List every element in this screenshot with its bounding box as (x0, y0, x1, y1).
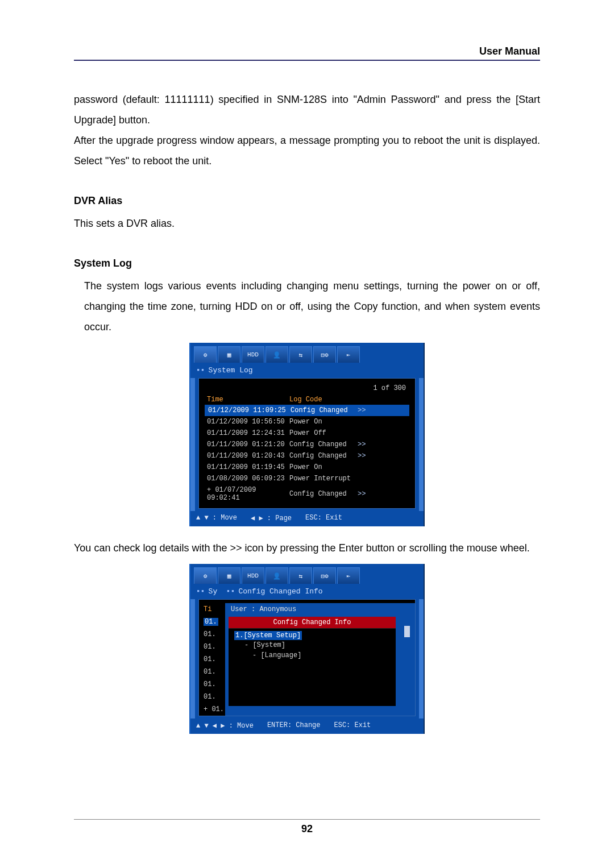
log-row[interactable]: 01/11/2009 01:19:45Power On (205, 462, 409, 473)
section-system-log-title: System Log (74, 253, 540, 273)
left-time-strip: Ti 01. 01. 01. 01. 01. 01. 01. + 01. (199, 603, 225, 716)
page-number: 92 (74, 819, 540, 835)
side-indicator (190, 599, 195, 719)
tab-hdd-icon[interactable]: HDD (242, 346, 264, 363)
footer-bar: ▲ ▼ : Move ◀ ▶ : Page ESC: Exit (190, 511, 424, 526)
side-indicator (190, 378, 195, 511)
panel-title: ▪▪Sy ▪▪Config Changed Info (190, 584, 424, 599)
log-row[interactable]: 01/11/2009 12:24:31Power Off (205, 427, 409, 439)
tab-display-icon[interactable]: ▦ (218, 567, 240, 584)
info-line-selected[interactable]: 1.[System Setup] (234, 631, 302, 640)
tab-user-icon[interactable]: 👤 (265, 346, 288, 363)
side-indicator (419, 378, 424, 511)
panel-icon: ▪▪ (226, 587, 235, 596)
pager: 1 of 300 (205, 382, 409, 394)
section-dvr-alias-title: DVR Alias (74, 190, 540, 211)
tab-hdd-icon[interactable]: HDD (242, 567, 264, 584)
section-dvr-alias-body: This sets a DVR alias. (74, 213, 540, 234)
tab-bar: ⚙ ▦ HDD 👤 ⇆ ⊟⚙ ⇤ (190, 564, 424, 584)
hint-exit: ESC: Exit (334, 721, 371, 730)
hint-move: ▲ ▼ : Move (196, 514, 237, 522)
footer-bar: ▲ ▼ ◀ ▶ : Move ENTER: Change ESC: Exit (190, 719, 424, 734)
hint-exit: ESC: Exit (305, 514, 342, 522)
paragraph-1: password (default: 11111111) specified i… (74, 89, 540, 130)
hint-enter: ENTER: Change (267, 721, 321, 730)
log-panel: 1 of 300 Time Log Code 01/12/2009 11:09:… (198, 378, 416, 509)
side-indicator (419, 599, 424, 719)
log-row[interactable]: 01/11/2009 01:20:43Config Changed>> (205, 450, 409, 462)
tab-bar: ⚙ ▦ HDD 👤 ⇆ ⊟⚙ ⇤ (190, 343, 424, 363)
panel-icon: ▪▪ (196, 366, 205, 375)
section-system-log-body: The system logs various events including… (74, 276, 540, 337)
log-row[interactable]: + 01/07/2009 09:02:41Config Changed>> (205, 484, 409, 504)
panel-title: ▪▪System Log (190, 363, 424, 378)
tab-system-icon[interactable]: ⚙ (194, 567, 217, 584)
log-row[interactable]: 01/08/2009 06:09:23Power Interrupt (205, 473, 409, 484)
scrollbar-thumb[interactable] (404, 626, 410, 637)
tab-misc-icon[interactable]: ⊟⚙ (313, 567, 336, 584)
tab-network-icon[interactable]: ⇆ (289, 346, 312, 363)
tab-misc-icon[interactable]: ⊟⚙ (313, 346, 336, 363)
tab-network-icon[interactable]: ⇆ (289, 567, 312, 584)
paragraph-after-shot1: You can check log details with the >> ic… (74, 538, 540, 558)
tab-exit-icon[interactable]: ⇤ (337, 346, 360, 363)
hint-move: ▲ ▼ ◀ ▶ : Move (196, 721, 254, 730)
col-code: Log Code (289, 396, 322, 404)
paragraph-2: After the upgrade progress window appear… (74, 130, 540, 171)
log-row[interactable]: 01/11/2009 01:21:20Config Changed>> (205, 439, 409, 450)
tab-system-icon[interactable]: ⚙ (194, 346, 217, 363)
screenshot-config-changed: ⚙ ▦ HDD 👤 ⇆ ⊟⚙ ⇤ ▪▪Sy ▪▪Config Changed I… (189, 564, 425, 734)
page-header: User Manual (74, 45, 540, 61)
log-row[interactable]: 01/12/2009 11:09:25 Config Changed >> (205, 405, 409, 416)
info-panel: Ti 01. 01. 01. 01. 01. 01. 01. + 01. Use… (198, 599, 416, 716)
info-line: - [System] (234, 640, 392, 650)
header-title: User Manual (479, 45, 540, 57)
tab-user-icon[interactable]: 👤 (265, 567, 288, 584)
info-box: 1.[System Setup] - [System] - [Language] (229, 628, 396, 706)
info-user: User : Anonymous (225, 603, 399, 617)
tab-display-icon[interactable]: ▦ (218, 346, 240, 363)
screenshot-system-log: ⚙ ▦ HDD 👤 ⇆ ⊟⚙ ⇤ ▪▪System Log 1 of 300 T… (189, 343, 425, 526)
tab-exit-icon[interactable]: ⇤ (337, 567, 360, 584)
panel-icon: ▪▪ (196, 587, 205, 596)
hint-page: ◀ ▶ : Page (251, 514, 292, 522)
info-line: - [Language] (234, 650, 392, 661)
log-row[interactable]: 01/12/2009 10:56:50Power On (205, 416, 409, 427)
log-header: Time Log Code (205, 394, 409, 405)
col-time: Time (207, 396, 289, 404)
info-header-bar: Config Changed Info (229, 617, 396, 628)
